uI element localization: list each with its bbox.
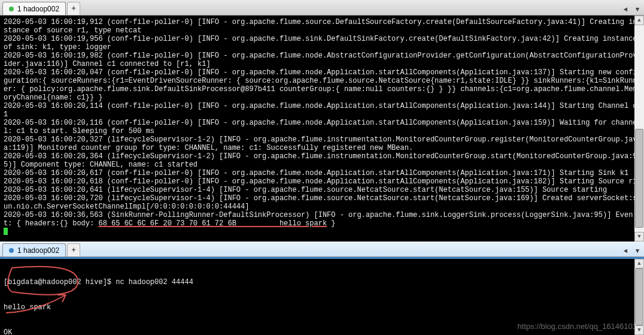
log-line: 2020-05-03 16:00:20,116 (conf-file-polle… [4,119,640,135]
log-line: 2020-05-03 16:00:20,720 (lifecycleSuperv… [4,194,640,211]
tab-dropdown-icon[interactable]: ▼ [632,246,643,256]
scroll-up-icon[interactable]: ▲ [634,259,644,268]
terminal-top[interactable]: 2020-05-03 16:00:19,912 (conf-file-polle… [0,16,644,242]
status-dot-icon [9,248,14,253]
log-line: 2020-05-03 16:00:19,982 (conf-file-polle… [4,52,640,68]
log-line: 2020-05-03 16:00:19,912 (conf-file-polle… [4,18,640,35]
watermark: https://blog.csdn.net/qq_16146103 [515,321,640,331]
tab-label: 1 hadoop002 [17,5,59,13]
terminal-bottom[interactable]: [bigdata@hadoop002 hive]$ nc hadoop002 4… [0,257,644,335]
scroll-down-icon[interactable]: ▼ [634,232,644,242]
tabbar-top: 1 hadoop002 + ◄ ▼ [0,0,644,16]
log-line: 2020-05-03 16:00:20,114 (conf-file-polle… [4,102,640,119]
tab-hadoop002-bottom[interactable]: 1 hadoop002 [2,243,66,256]
log-line: 2020-05-03 16:00:20,364 (lifecycleSuperv… [4,152,640,169]
tab-label: 1 hadoop002 [17,246,59,255]
plus-icon: + [71,246,75,255]
tab-hadoop002-top[interactable]: 1 hadoop002 [2,2,66,15]
scroll-thumb[interactable] [635,129,643,228]
log-line: 2020-05-03 16:00:20,327 (lifecycleSuperv… [4,135,640,152]
log-line: 2020-05-03 16:00:36,563 (SinkRunner-Poll… [4,211,640,228]
tabbar-bottom: 1 hadoop002 + ◄ ▼ [0,242,644,257]
output-line: hello spark [4,303,640,312]
plus-icon: + [71,5,75,13]
log-line: 2020-05-03 16:00:20,641 (lifecycleSuperv… [4,186,640,194]
status-dot-icon [9,7,14,11]
add-tab-button-top[interactable]: + [67,2,80,15]
add-tab-button-bottom[interactable]: + [67,243,80,256]
scroll-thumb[interactable] [635,268,643,325]
tab-dropdown-icon[interactable]: ▼ [632,4,643,15]
log-line: 2020-05-03 16:00:20,618 (conf-file-polle… [4,177,640,186]
tab-scroll-left-icon[interactable]: ◄ [620,246,631,256]
scroll-track[interactable] [634,268,644,325]
log-line: 2020-05-03 16:00:20,617 (conf-file-polle… [4,169,640,177]
scrollbar-top[interactable]: ▲ ▼ [634,16,644,242]
scroll-up-icon[interactable]: ▲ [634,16,644,25]
prompt-line: [bigdata@hadoop002 hive]$ nc hadoop002 4… [4,278,640,286]
log-line: 2020-05-03 16:00:20,047 (conf-file-polle… [4,68,640,102]
log-line: 2020-05-03 16:00:19,956 (conf-file-polle… [4,35,640,52]
tab-scroll-left-icon[interactable]: ◄ [620,4,631,15]
cursor-icon [4,228,8,235]
scroll-track[interactable] [634,25,644,232]
